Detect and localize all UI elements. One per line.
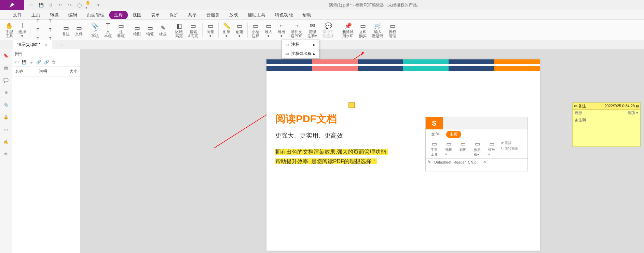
ribbon-icon: ▭	[134, 24, 140, 32]
menu-共享[interactable]: 共享	[183, 11, 202, 19]
text-style-icon[interactable]: T	[45, 26, 55, 34]
ribbon-搜索&高亮[interactable]: ▭搜索 &高亮	[186, 21, 201, 39]
layers-icon[interactable]: ≋	[2, 89, 10, 96]
sticky-options[interactable]: 选项 ▾	[628, 110, 638, 115]
mini-doc-tab-label[interactable]: Datasheet_Reader_CN.p...	[434, 160, 480, 164]
dropdown-item-popup[interactable]: ▭注释弹出框▸	[282, 49, 319, 58]
ribbon-绘图[interactable]: ▭绘图	[131, 21, 143, 39]
mini-tab-文件[interactable]: 文件	[428, 131, 443, 138]
menu-放映[interactable]: 放映	[224, 11, 243, 19]
redo-icon[interactable]: ↷	[66, 2, 73, 9]
sticky-note-popup[interactable]: ▭ 备注 2022/7/25 0:34:28 ⊠ 若愚 选项 ▾ 备注啊	[572, 102, 641, 147]
menu-表单[interactable]: 表单	[146, 11, 165, 19]
dropdown-item-comments[interactable]: ▭注释▸	[282, 40, 319, 49]
mini-edit-icon[interactable]: ✎	[428, 160, 431, 164]
ribbon-导出[interactable]: ←导出 ▾	[275, 21, 288, 39]
signature-icon[interactable]: ✍	[2, 138, 10, 145]
ribbon-保持工具选择: 💬保持工 具选择	[320, 21, 337, 39]
text-style-icon[interactable]: T	[33, 26, 43, 34]
ribbon-label: 备注	[62, 32, 70, 36]
ribbon-文本框[interactable]: T文 本框	[101, 21, 114, 39]
menu-编辑[interactable]: 编辑	[64, 11, 82, 19]
sticky-body[interactable]: 备注啊	[573, 116, 640, 124]
menu-保护[interactable]: 保护	[165, 11, 183, 19]
menu-页面管理[interactable]: 页面管理	[82, 11, 109, 19]
ribbon-删除试用水印[interactable]: 📌删除试 用水印	[340, 21, 356, 39]
attachments-panel: 附件 ▭ 💾 ＋ 🔗 🔗 🗑 名称 说明 大小	[12, 49, 81, 253]
app-logo-icon	[0, 0, 24, 10]
ribbon-授权管理[interactable]: ▭授权 管理	[386, 21, 399, 39]
ribbon-输入激活码[interactable]: 🛒输入 激活码	[369, 21, 386, 39]
ribbon-label: 图章 ▾	[223, 30, 230, 38]
ribbon-图章[interactable]: 📏图章 ▾	[220, 21, 233, 39]
close-tab-icon[interactable]: ✕	[44, 42, 48, 47]
ribbon-测量[interactable]: ▭测量 ▾	[204, 21, 217, 39]
ribbon-注释框[interactable]: ▭注 释框	[114, 21, 127, 39]
comments-icon[interactable]: 💬	[2, 76, 10, 84]
mini-tab-主页[interactable]: 主页	[446, 131, 461, 138]
menu-辅助工具[interactable]: 辅助工具	[243, 11, 270, 19]
ribbon-文件[interactable]: ▭文件	[72, 21, 85, 39]
print-icon[interactable]: ⎙	[47, 2, 54, 9]
ribbon-选择[interactable]: I选择 ▾	[16, 21, 29, 39]
ribbon-铅笔[interactable]: ▭铅笔	[143, 21, 156, 39]
pages-icon[interactable]: ▤	[2, 64, 10, 72]
attach-save-icon[interactable]: 💾	[22, 60, 27, 66]
panels-icon[interactable]: ⧉	[2, 150, 10, 158]
ribbon-icon: ▭	[76, 24, 82, 32]
mini-btn[interactable]: ▭缩放 ▾	[485, 141, 498, 157]
mini-btn[interactable]: ▭手型 工具	[428, 141, 441, 157]
circle-icon[interactable]: ◯	[76, 2, 83, 9]
undo-icon[interactable]: ↶	[57, 2, 64, 9]
attach-add-icon[interactable]: ＋	[29, 60, 33, 66]
more-icon[interactable]: ▾	[95, 2, 102, 9]
form-icon[interactable]: ▭	[2, 126, 10, 133]
open-icon[interactable]: ▭	[28, 2, 35, 9]
ribbon-打字机[interactable]: 📎打 字机	[88, 21, 101, 39]
security-icon[interactable]: 🔒	[2, 113, 10, 121]
mini-side-btn[interactable]: ⟳ 重排	[501, 141, 518, 145]
ribbon-橡皮[interactable]: ✎橡皮	[156, 21, 169, 39]
ribbon-管理注释[interactable]: ✉管理 注释▾	[305, 21, 320, 39]
mini-side-btn[interactable]: ↻ 旋转视图	[501, 146, 518, 151]
menu-视图[interactable]: 视图	[128, 11, 146, 19]
add-tab-button[interactable]: +	[58, 41, 66, 49]
mini-btn[interactable]: ▭截图	[456, 141, 469, 157]
menu-云服务[interactable]: 云服务	[202, 11, 224, 19]
ribbon-备注[interactable]: ▭备注	[59, 21, 72, 39]
save-icon[interactable]: 💾	[38, 2, 44, 9]
sticky-close-icon[interactable]: ⊠	[636, 104, 639, 108]
ribbon-icon: ✎	[161, 24, 166, 32]
ribbon-邮件发送PDF[interactable]: →邮件发 送PDF	[288, 21, 305, 39]
text-style-icon[interactable]: T	[45, 17, 55, 25]
ribbon-立即购买[interactable]: ▭立即 购买	[356, 21, 369, 39]
document-tab[interactable]: 演示(1).pdf * ✕	[13, 40, 52, 49]
menu-帮助[interactable]: 帮助	[298, 11, 316, 19]
mini-btn[interactable]: ▭选择 ▾	[442, 141, 455, 157]
menu-特色功能[interactable]: 特色功能	[270, 11, 298, 19]
menu-注释[interactable]: 注释	[109, 11, 128, 19]
mini-btn[interactable]: ▭剪贴 板▾	[471, 141, 484, 157]
ribbon-小结注释[interactable]: ▭小结 注释	[249, 21, 262, 39]
document-tab-bar: 演示(1).pdf * ✕ +	[0, 40, 644, 49]
ribbon-创建[interactable]: ▭创建 ▾	[233, 21, 246, 39]
ribbon-label: 区域 高亮	[175, 30, 183, 38]
ribbon-icon: ▭	[266, 22, 272, 30]
hand-icon[interactable]: ✋▾	[85, 2, 92, 9]
ribbon-label: 手型 工具	[5, 30, 13, 38]
text-style-icon[interactable]: T	[33, 17, 43, 25]
sticky-note-marker-icon[interactable]	[348, 102, 355, 108]
mini-doc-close-icon[interactable]: ✕	[483, 160, 486, 164]
ribbon-导入[interactable]: ▭导入 ▾	[262, 21, 275, 39]
ribbon-icon: ◧	[176, 22, 182, 30]
attachment-icon[interactable]: 📎	[2, 101, 10, 109]
ribbon-手型工具[interactable]: ✋手型 工具	[3, 21, 16, 39]
attach-link-icon[interactable]: 🔗	[36, 60, 41, 66]
attach-link2-icon[interactable]: 🔗	[44, 60, 49, 66]
attach-open-icon[interactable]: ▭	[15, 60, 19, 66]
bookmark-icon[interactable]: 🔖	[2, 52, 10, 59]
mini-reader-window[interactable]: S 文件主页 ▭手型 工具▭选择 ▾▭截图▭剪贴 板▾▭缩放 ▾⟳ 重排↻ 旋转…	[425, 117, 528, 171]
ribbon-区域高亮[interactable]: ◧区域 高亮	[173, 21, 186, 39]
attach-delete-icon[interactable]: 🗑	[52, 60, 56, 66]
menu-文件[interactable]: 文件	[8, 11, 27, 19]
